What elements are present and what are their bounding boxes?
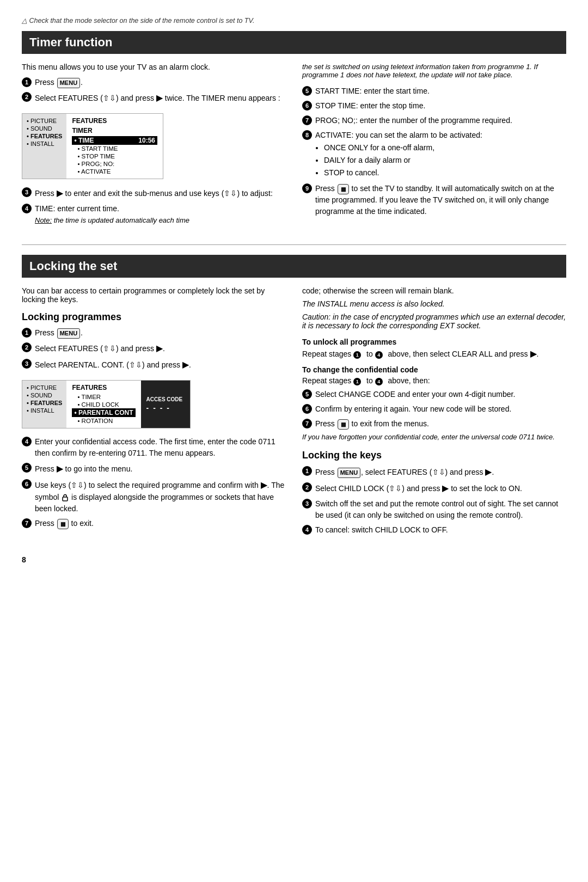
change-code-step-7: 7 Press ▩ to exit from the menus. bbox=[302, 418, 566, 430]
timer-title: Timer function bbox=[22, 31, 566, 54]
locking-menu-diagram: • PICTURE • SOUND • FEATURES • INSTALL F… bbox=[22, 380, 191, 428]
timer-step-5: 5 START TIME: enter the start time. bbox=[302, 85, 566, 97]
timer-section: Timer function This menu allows you to u… bbox=[22, 31, 566, 229]
timer-step-1: 1 Press MENU. bbox=[22, 77, 286, 88]
locking-prog-step-5: 5 Press ▶ to go into the menu. bbox=[22, 462, 286, 475]
timer-step-8: 8 ACTIVATE: you can set the alarm to be … bbox=[302, 130, 566, 180]
locking-title: Locking the set bbox=[22, 255, 566, 278]
locking-left-col: You can bar access to certain programmes… bbox=[22, 286, 286, 539]
locking-menu-sidebar: • PICTURE • SOUND • FEATURES • INSTALL bbox=[22, 381, 66, 428]
timer-menu-diagram: • PICTURE • SOUND • FEATURES • INSTALL F… bbox=[22, 113, 163, 179]
locking-keys-step-1: 1 Press MENU, select FEATURES (⇧⇩) and p… bbox=[302, 465, 566, 479]
locking-prog-step-6: 6 Use keys (⇧⇩) to select the required p… bbox=[22, 479, 286, 514]
caution-note: △ Check that the mode selector on the si… bbox=[22, 16, 566, 24]
locking-after-2: The INSTALL menu access is also locked. bbox=[302, 299, 566, 308]
locking-prog-step-4: 4 Enter your confidential access code. T… bbox=[22, 436, 286, 459]
activate-options: ONCE ONLY for a one-off alarm, DAILY for… bbox=[324, 142, 566, 179]
change-code-step-5: 5 Select CHANGE CODE and enter your own … bbox=[302, 389, 566, 400]
timer-right-steps: 5 START TIME: enter the start time. 6 ST… bbox=[302, 85, 566, 217]
timer-intro: This menu allows you to use your TV as a… bbox=[22, 63, 286, 71]
lock-icon bbox=[62, 494, 68, 501]
menu-main: FEATURES TIMER • TIME 10:56 • START TIME… bbox=[66, 114, 163, 179]
timer-step-6: 6 STOP TIME: enter the stop time. bbox=[302, 100, 566, 112]
timer-step-7: 7 PROG; NO;: enter the number of the pro… bbox=[302, 115, 566, 126]
locking-keys-step-4: 4 To cancel: switch CHILD LOCK to OFF. bbox=[302, 524, 566, 536]
timer-right-col: the set is switched on using teletext in… bbox=[302, 63, 566, 229]
timer-step-3: 3 Press ▶ to enter and exit the sub-menu… bbox=[22, 187, 286, 200]
locking-prog-step-2: 2 Select FEATURES (⇧⇩) and press ▶. bbox=[22, 342, 286, 355]
timer-left-col: This menu allows you to use your TV as a… bbox=[22, 63, 286, 229]
locking-right-col: code; otherwise the screen will remain b… bbox=[302, 286, 566, 539]
locking-keys-step-3: 3 Switch off the set and put the remote … bbox=[302, 498, 566, 521]
locking-keys-step-2: 2 Select CHILD LOCK (⇧⇩) and press ▶ to … bbox=[302, 482, 566, 495]
locking-prog-step-3: 3 Select PARENTAL. CONT. (⇧⇩) and press … bbox=[22, 358, 286, 371]
menu-sidebar: • PICTURE • SOUND • FEATURES • INSTALL bbox=[22, 114, 66, 179]
change-code-intro: Repeat stages 1 to 4 above, then: bbox=[302, 376, 566, 385]
locking-section: Locking the set You can bar access to ce… bbox=[22, 255, 566, 539]
change-code-step-6: 6 Confirm by entering it again. Your new… bbox=[302, 403, 566, 415]
timer-step-2: 2 Select FEATURES (⇧⇩) and press ▶ twice… bbox=[22, 91, 286, 105]
unlock-all-title: To unlock all programmes bbox=[302, 338, 566, 346]
locking-keys-section: Locking the keys 1 Press MENU, select FE… bbox=[302, 450, 566, 536]
locking-intro: You can bar access to certain programmes… bbox=[22, 286, 286, 304]
acces-code-box: ACCES CODE - - - - bbox=[141, 381, 190, 428]
locking-after-1: code; otherwise the screen will remain b… bbox=[302, 286, 566, 295]
timer-step-4: 4 TIME: enter current time. Note: the ti… bbox=[22, 203, 286, 226]
locking-keys-title: Locking the keys bbox=[302, 450, 566, 461]
locking-caution: Caution: in the case of encrypted progra… bbox=[302, 313, 566, 330]
section-divider bbox=[22, 244, 566, 245]
unlock-all-section: To unlock all programmes Repeat stages 1… bbox=[302, 338, 566, 359]
change-code-title: To change the confidential code bbox=[302, 365, 566, 374]
locking-menu-main: FEATURES • TIMER • CHILD LOCK • PARENTAL… bbox=[66, 381, 140, 428]
change-code-section: To change the confidential code Repeat s… bbox=[302, 365, 566, 441]
page-number: 8 bbox=[22, 555, 566, 564]
change-code-note: If you have forgotten your confidential … bbox=[302, 433, 566, 441]
menu-key: MENU bbox=[57, 78, 80, 88]
svg-rect-0 bbox=[63, 497, 68, 501]
locking-prog-step-1: 1 Press MENU. bbox=[22, 327, 286, 339]
locking-programmes-title: Locking programmes bbox=[22, 311, 286, 323]
unlock-all-text: Repeat stages 1 to 4 above, then select … bbox=[302, 348, 566, 359]
locking-prog-step-7: 7 Press ▩ to exit. bbox=[22, 518, 286, 529]
timer-step-9: 9 Press ▩ to set the TV to standby. It w… bbox=[302, 183, 566, 217]
